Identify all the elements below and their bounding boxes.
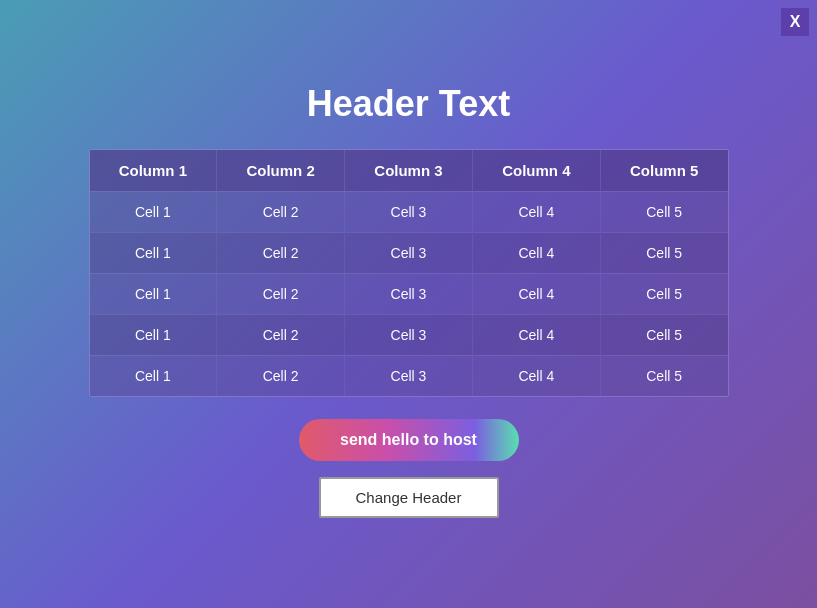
table-cell-3-4: Cell 5 xyxy=(600,314,727,355)
send-hello-button[interactable]: send hello to host xyxy=(299,419,519,461)
table-cell-0-4: Cell 5 xyxy=(600,191,727,232)
close-button[interactable]: X xyxy=(781,8,809,36)
table-header: Column 1 Column 2 Column 3 Column 4 Colu… xyxy=(90,150,728,192)
table-cell-0-2: Cell 3 xyxy=(345,191,473,232)
table-cell-4-4: Cell 5 xyxy=(600,355,727,396)
table-cell-1-3: Cell 4 xyxy=(472,232,600,273)
table-row: Cell 1Cell 2Cell 3Cell 4Cell 5 xyxy=(90,273,728,314)
table-cell-3-3: Cell 4 xyxy=(472,314,600,355)
table-cell-4-2: Cell 3 xyxy=(345,355,473,396)
table-cell-3-0: Cell 1 xyxy=(90,314,217,355)
table-cell-4-1: Cell 2 xyxy=(217,355,345,396)
col-header-2: Column 2 xyxy=(217,150,345,192)
header-title: Header Text xyxy=(307,83,510,125)
table-cell-1-1: Cell 2 xyxy=(217,232,345,273)
col-header-1: Column 1 xyxy=(90,150,217,192)
change-header-button[interactable]: Change Header xyxy=(319,477,499,518)
table-cell-3-1: Cell 2 xyxy=(217,314,345,355)
table-cell-2-3: Cell 4 xyxy=(472,273,600,314)
table-header-row: Column 1 Column 2 Column 3 Column 4 Colu… xyxy=(90,150,728,192)
table-row: Cell 1Cell 2Cell 3Cell 4Cell 5 xyxy=(90,355,728,396)
table-cell-0-0: Cell 1 xyxy=(90,191,217,232)
table-cell-2-2: Cell 3 xyxy=(345,273,473,314)
table-row: Cell 1Cell 2Cell 3Cell 4Cell 5 xyxy=(90,232,728,273)
table-cell-2-1: Cell 2 xyxy=(217,273,345,314)
table-cell-2-4: Cell 5 xyxy=(600,273,727,314)
col-header-4: Column 4 xyxy=(472,150,600,192)
table-cell-1-0: Cell 1 xyxy=(90,232,217,273)
table-cell-4-3: Cell 4 xyxy=(472,355,600,396)
data-table: Column 1 Column 2 Column 3 Column 4 Colu… xyxy=(90,150,728,396)
col-header-3: Column 3 xyxy=(345,150,473,192)
table-body: Cell 1Cell 2Cell 3Cell 4Cell 5Cell 1Cell… xyxy=(90,191,728,396)
table-cell-1-2: Cell 3 xyxy=(345,232,473,273)
table-cell-2-0: Cell 1 xyxy=(90,273,217,314)
data-table-container: Column 1 Column 2 Column 3 Column 4 Colu… xyxy=(89,149,729,397)
table-cell-4-0: Cell 1 xyxy=(90,355,217,396)
table-cell-3-2: Cell 3 xyxy=(345,314,473,355)
table-cell-0-1: Cell 2 xyxy=(217,191,345,232)
table-row: Cell 1Cell 2Cell 3Cell 4Cell 5 xyxy=(90,314,728,355)
col-header-5: Column 5 xyxy=(600,150,727,192)
table-cell-0-3: Cell 4 xyxy=(472,191,600,232)
table-row: Cell 1Cell 2Cell 3Cell 4Cell 5 xyxy=(90,191,728,232)
table-cell-1-4: Cell 5 xyxy=(600,232,727,273)
modal-container: Header Text Column 1 Column 2 Column 3 C… xyxy=(49,59,769,550)
